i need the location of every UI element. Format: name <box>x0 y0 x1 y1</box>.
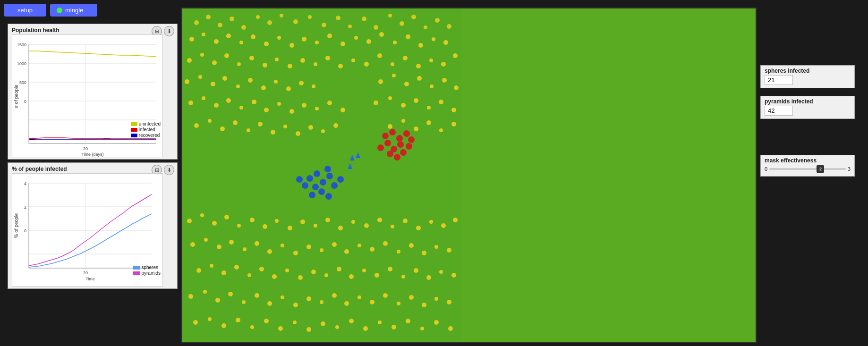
spheres-infected-label: spheres infected <box>765 68 851 74</box>
svg-point-65 <box>379 32 384 37</box>
svg-point-110 <box>454 85 459 90</box>
svg-point-261 <box>434 297 438 301</box>
svg-point-258 <box>397 302 400 305</box>
svg-point-104 <box>378 79 383 84</box>
svg-point-279 <box>420 327 424 330</box>
svg-text:500: 500 <box>19 80 26 85</box>
setup-button[interactable]: setup <box>4 4 46 17</box>
svg-point-198 <box>441 223 446 228</box>
svg-point-192 <box>364 223 369 228</box>
svg-point-153 <box>312 184 319 190</box>
svg-point-256 <box>370 300 374 304</box>
svg-point-225 <box>247 273 251 277</box>
svg-point-151 <box>320 179 326 186</box>
svg-point-179 <box>200 213 204 217</box>
svg-point-29 <box>194 20 199 25</box>
svg-point-60 <box>315 41 319 44</box>
svg-point-245 <box>228 292 233 296</box>
chart1-download-button[interactable]: ⬇ <box>164 26 174 36</box>
svg-point-121 <box>315 107 319 110</box>
svg-point-33 <box>241 25 246 30</box>
svg-point-40 <box>336 16 340 20</box>
svg-point-132 <box>208 119 212 123</box>
svg-point-234 <box>362 269 366 272</box>
svg-point-174 <box>403 130 410 137</box>
svg-point-267 <box>250 325 254 329</box>
svg-point-249 <box>281 295 284 299</box>
svg-point-114 <box>226 98 231 103</box>
svg-point-273 <box>335 325 339 329</box>
svg-point-168 <box>397 141 404 148</box>
svg-point-158 <box>296 176 303 183</box>
svg-point-115 <box>239 106 243 110</box>
svg-text:% of people: % of people <box>14 213 19 238</box>
legend-uninfected-label: uninfected <box>139 121 161 127</box>
svg-point-35 <box>267 20 272 25</box>
percent-infected-chart: % of people infected ⊞ ⬇ % of people 4 <box>8 162 178 289</box>
svg-point-239 <box>426 275 431 280</box>
svg-point-98 <box>248 78 253 83</box>
svg-point-68 <box>418 43 423 48</box>
svg-point-195 <box>403 219 408 223</box>
svg-point-190 <box>338 226 343 230</box>
svg-point-146 <box>426 120 431 125</box>
svg-point-89 <box>416 64 421 68</box>
svg-point-264 <box>208 317 212 321</box>
svg-point-180 <box>212 221 217 226</box>
legend-recovered-color <box>131 134 137 137</box>
svg-point-237 <box>401 275 405 278</box>
svg-point-55 <box>251 34 255 39</box>
svg-point-69 <box>432 37 435 41</box>
svg-point-31 <box>218 23 222 27</box>
svg-point-53 <box>226 34 231 38</box>
svg-point-129 <box>439 100 443 104</box>
svg-point-188 <box>314 224 317 228</box>
pyramids-infected-value: 42 <box>765 106 793 116</box>
svg-point-128 <box>427 106 431 110</box>
svg-point-212 <box>344 249 349 254</box>
svg-point-223 <box>221 270 226 275</box>
mask-slider-thumb[interactable]: 2 <box>817 165 824 173</box>
svg-point-278 <box>406 319 410 323</box>
svg-point-77 <box>263 63 267 68</box>
chart2-download-button[interactable]: ⬇ <box>164 165 174 175</box>
svg-point-58 <box>289 43 294 48</box>
svg-point-45 <box>400 21 404 26</box>
svg-point-87 <box>391 62 394 66</box>
svg-point-131 <box>194 123 199 128</box>
svg-point-47 <box>424 25 427 29</box>
svg-point-123 <box>340 108 345 112</box>
svg-point-150 <box>314 170 320 177</box>
svg-point-126 <box>401 103 406 108</box>
svg-point-244 <box>215 298 220 303</box>
legend-uninfected-color <box>131 122 137 126</box>
mingle-button[interactable]: mingle <box>50 4 97 17</box>
svg-point-169 <box>387 151 393 157</box>
svg-text:0: 0 <box>24 228 26 233</box>
svg-point-156 <box>309 192 315 198</box>
svg-point-209 <box>306 245 311 249</box>
svg-point-103 <box>312 84 315 88</box>
svg-point-215 <box>383 241 388 246</box>
svg-point-106 <box>404 82 409 86</box>
svg-point-193 <box>377 218 382 222</box>
svg-point-119 <box>289 109 294 114</box>
legend-infected-color <box>131 128 137 132</box>
svg-point-85 <box>364 62 369 67</box>
svg-point-202 <box>217 245 221 249</box>
svg-point-149 <box>306 175 313 182</box>
svg-point-177 <box>408 136 415 143</box>
svg-point-211 <box>332 242 337 247</box>
svg-point-160 <box>337 176 344 183</box>
svg-point-166 <box>384 140 391 146</box>
simulation-viewport <box>181 8 757 343</box>
svg-point-74 <box>224 53 229 58</box>
svg-point-108 <box>430 84 434 88</box>
svg-point-189 <box>325 218 330 222</box>
svg-text:4: 4 <box>24 181 26 186</box>
svg-point-207 <box>281 244 284 247</box>
svg-point-51 <box>202 33 205 36</box>
mask-effectiveness-box: mask effectiveness 0 2 3 <box>760 155 855 177</box>
svg-point-227 <box>272 274 277 279</box>
svg-point-99 <box>261 85 266 90</box>
